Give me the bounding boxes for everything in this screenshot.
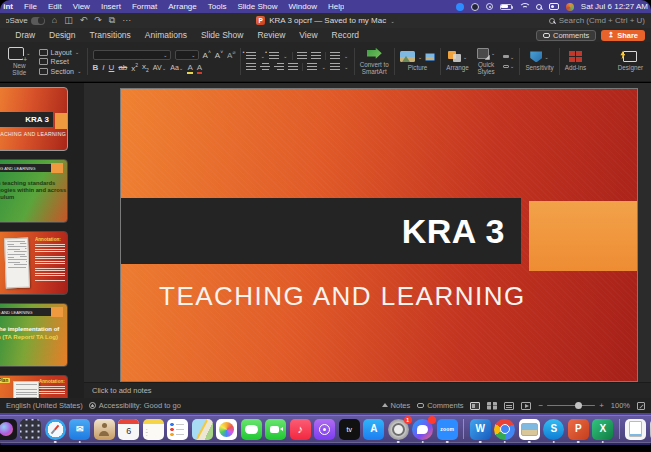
new-slide-button[interactable]: ⌄ NewSlide [4, 44, 35, 79]
notes-app-icon[interactable] [143, 419, 164, 440]
calendar-icon[interactable]: 6 [118, 419, 139, 440]
slide-thumbnail-3[interactable]: Annotation: [0, 231, 68, 295]
normal-view-button[interactable] [470, 402, 480, 410]
user-avatar-icon[interactable] [566, 3, 574, 11]
slide-sorter-view-button[interactable] [487, 402, 497, 410]
font-size-combo[interactable]: ⌄ [175, 50, 199, 60]
slide-subtitle[interactable]: TEACHING AND LEARNING [159, 281, 526, 312]
zoom-slider[interactable]: − + [538, 401, 603, 410]
notes-pane[interactable]: Click to add notes [84, 382, 651, 398]
arrange-button[interactable]: ⌄ Arrange [442, 44, 472, 79]
sensitivity-button[interactable]: ⌄ Sensitivity [521, 44, 557, 79]
character-spacing-button[interactable]: AV⌄ [153, 64, 166, 72]
reading-view-button[interactable] [504, 402, 514, 410]
mail-icon[interactable]: ✉ [69, 419, 90, 440]
search-field[interactable]: Search (Cmd + Ctrl + U) [559, 16, 645, 25]
language-status[interactable]: English (United States) [6, 401, 83, 410]
align-center-button[interactable] [260, 63, 270, 71]
home-icon[interactable]: ⌂ [52, 16, 57, 25]
menu-edit[interactable]: Edit [48, 2, 62, 11]
italic-button[interactable]: I [102, 64, 104, 72]
save-icon[interactable]: ◫ [64, 16, 73, 25]
excel-icon[interactable]: X [592, 419, 613, 440]
shape-fill-button[interactable]: ⌄ [503, 53, 514, 60]
menu-view[interactable]: View [73, 2, 90, 11]
addins-button[interactable]: Add-ins [561, 44, 590, 79]
menu-file[interactable]: File [24, 2, 37, 11]
slide-thumbnail-1[interactable]: KRA 3 TEACHING AND LEARNING [0, 87, 68, 151]
underline-button[interactable]: U [109, 64, 115, 72]
increase-indent-button[interactable] [311, 52, 321, 60]
undo-icon[interactable]: ↶ [80, 16, 88, 25]
tab-animations[interactable]: Animations [145, 30, 187, 40]
line-spacing-button[interactable] [330, 52, 340, 60]
tab-design[interactable]: Design [49, 30, 75, 40]
grow-font-button[interactable]: A˄ [203, 50, 211, 60]
numbering-button[interactable] [269, 52, 279, 60]
record-menubar-icon[interactable] [486, 3, 493, 10]
maps-icon[interactable] [192, 419, 213, 440]
more-commands-icon[interactable]: ··· [122, 16, 131, 25]
app-menubar-icon[interactable] [471, 3, 479, 11]
word-icon[interactable]: W [470, 419, 491, 440]
superscript-button[interactable]: x2 [131, 63, 138, 73]
picture-button[interactable]: ⌄ Picture [396, 44, 440, 79]
siri-icon[interactable] [0, 419, 17, 440]
current-slide[interactable]: KRA 3 TEACHING AND LEARNING [120, 88, 638, 382]
fit-slide-icon[interactable] [637, 402, 645, 410]
menu-insert[interactable]: Insert [101, 2, 121, 11]
tab-slideshow[interactable]: Slide Show [201, 30, 244, 40]
designer-button[interactable]: Designer [614, 44, 647, 79]
tab-draw[interactable]: Draw [15, 30, 35, 40]
menu-window[interactable]: Window [288, 2, 316, 11]
title-chevron-icon[interactable]: ⌄ [390, 18, 395, 24]
launchpad-icon[interactable] [20, 419, 41, 440]
wifi-icon[interactable] [519, 3, 529, 10]
autosave-toggle[interactable] [31, 17, 45, 25]
slide-thumbnail-2[interactable]: NG AND LEARNING n teaching standards gog… [0, 159, 68, 223]
menu-app-name[interactable]: PowerPoint [3, 2, 13, 11]
justify-button[interactable] [288, 63, 298, 71]
comments-button[interactable]: Comments [536, 30, 596, 41]
tab-view[interactable]: View [299, 30, 317, 40]
contacts-icon[interactable] [94, 419, 115, 440]
tab-transitions[interactable]: Transitions [90, 30, 131, 40]
slide-thumbnail-4[interactable]: G AND LEARNING the implementation of n (… [0, 303, 68, 367]
align-left-button[interactable] [246, 63, 256, 71]
music-icon[interactable]: ♪ [290, 419, 311, 440]
slide-title-block[interactable]: KRA 3 [121, 198, 521, 264]
messenger-icon[interactable] [412, 419, 433, 440]
menu-slideshow[interactable]: Slide Show [237, 2, 277, 11]
appletv-icon[interactable]: tv [339, 419, 360, 440]
font-name-combo[interactable]: ⌄ [93, 50, 171, 60]
font-color-button[interactable]: A [197, 64, 202, 72]
menu-help[interactable]: Help [328, 2, 344, 11]
chrome-icon[interactable] [494, 419, 515, 440]
clear-formatting-button[interactable]: A⌀ [227, 50, 235, 60]
slide-title[interactable]: KRA 3 [402, 212, 505, 251]
slideshow-view-button[interactable] [521, 402, 531, 410]
menu-arrange[interactable]: Arrange [168, 2, 196, 11]
print-icon[interactable]: ⧉ [109, 16, 115, 25]
tab-review[interactable]: Review [257, 30, 285, 40]
section-button[interactable]: Section⌄ [39, 68, 82, 75]
shrink-font-button[interactable]: A˅ [215, 50, 223, 60]
text-direction-button[interactable] [330, 63, 340, 71]
powerpoint-icon[interactable]: P [568, 419, 589, 440]
skype-icon[interactable]: S [543, 419, 564, 440]
safari-icon[interactable] [45, 419, 66, 440]
bullets-button[interactable] [246, 52, 256, 60]
convert-smartart-button[interactable]: Convert toSmartArt [356, 44, 393, 79]
shape-outline-button[interactable]: ⌄ [503, 63, 514, 70]
share-button[interactable]: ↥ Share [601, 30, 645, 41]
reset-button[interactable]: Reset [39, 58, 69, 65]
change-case-button[interactable]: Aa⌄ [170, 64, 183, 72]
accessibility-status[interactable]: Accessibility: Good to go [89, 401, 181, 410]
slide-canvas[interactable]: KRA 3 TEACHING AND LEARNING [84, 83, 651, 382]
menubar-clock[interactable]: Sat Jul 6 12:27 AM [581, 2, 648, 11]
appstore-icon[interactable]: A [363, 419, 384, 440]
reminders-icon[interactable] [167, 419, 188, 440]
quick-styles-button[interactable]: ⌄ QuickStyles [473, 44, 500, 79]
layout-button[interactable]: Layout⌄ [39, 49, 80, 56]
podcasts-icon[interactable] [314, 419, 335, 440]
